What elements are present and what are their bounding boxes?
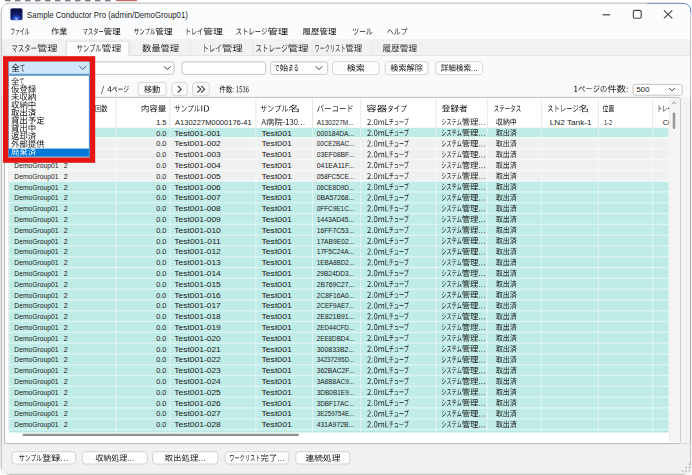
svg-text:Test001-023: Test001-023 [174, 366, 221, 375]
svg-text:Test001-009: Test001-009 [174, 215, 221, 224]
svg-text:Test001: Test001 [261, 258, 292, 267]
svg-text:DemoGroup01: DemoGroup01 [14, 194, 58, 202]
svg-text:2: 2 [64, 183, 68, 192]
svg-text:29B24DD3...: 29B24DD3... [317, 269, 355, 278]
svg-text:A130227M0000176-41: A130227M0000176-41 [175, 118, 252, 127]
svg-text:0.0: 0.0 [156, 409, 166, 418]
svg-text:0.0: 0.0 [156, 204, 166, 213]
svg-text:Test001: Test001 [261, 129, 292, 138]
svg-text:DemoGroup01: DemoGroup01 [14, 162, 58, 170]
svg-text:2C8F16A0...: 2C8F16A0... [317, 291, 355, 300]
svg-text:041EA11F...: 041EA11F... [317, 161, 355, 170]
svg-text:Test001-003: Test001-003 [174, 150, 221, 159]
svg-text:2B769C27...: 2B769C27... [317, 280, 355, 289]
svg-text:2ED44CFD...: 2ED44CFD... [317, 323, 355, 332]
svg-text:Test001-022: Test001-022 [174, 355, 221, 364]
svg-text:DemoGroup01: DemoGroup01 [14, 216, 58, 224]
svg-text:0.0: 0.0 [156, 161, 166, 170]
svg-text:DemoGroup01: DemoGroup01 [14, 270, 58, 278]
svg-text:0BA57268...: 0BA57268... [317, 193, 355, 202]
svg-text:DemoGroup01: DemoGroup01 [14, 259, 58, 267]
svg-text:DemoGroup01: DemoGroup01 [14, 367, 58, 375]
svg-text:431A972B...: 431A972B... [317, 420, 355, 429]
svg-text:0.0: 0.0 [156, 247, 166, 256]
svg-text:Test001-028: Test001-028 [174, 420, 221, 429]
svg-text:Test001: Test001 [261, 366, 292, 375]
svg-text:Test001-004: Test001-004 [174, 161, 221, 170]
svg-text:0FFC9E1C...: 0FFC9E1C... [317, 204, 355, 213]
svg-text:Test001: Test001 [261, 323, 292, 332]
svg-text:LN2 Tank-1: LN2 Tank-1 [550, 118, 592, 127]
svg-text:0.0: 0.0 [156, 399, 166, 408]
svg-text:2: 2 [64, 226, 68, 235]
svg-text:Test001-011: Test001-011 [174, 237, 221, 246]
svg-text:0.0: 0.0 [156, 334, 166, 343]
svg-text:0.0: 0.0 [156, 280, 166, 289]
svg-text:362BAC2F...: 362BAC2F... [317, 366, 355, 375]
svg-text:Test001-019: Test001-019 [174, 323, 221, 332]
svg-text:Test001-007: Test001-007 [174, 193, 221, 202]
svg-text:0.0: 0.0 [156, 377, 166, 386]
svg-text:Test001-026: Test001-026 [174, 399, 221, 408]
svg-text:2: 2 [64, 280, 68, 289]
svg-text:0.0: 0.0 [156, 139, 166, 148]
svg-text:Test001-024: Test001-024 [174, 377, 221, 386]
svg-text:2: 2 [64, 258, 68, 267]
svg-text:2: 2 [64, 269, 68, 278]
svg-text:2EE8DBD4...: 2EE8DBD4... [317, 334, 355, 343]
svg-text:06CE8D9D...: 06CE8D9D... [317, 183, 355, 192]
svg-text:2: 2 [64, 377, 68, 386]
svg-text:A130227M...: A130227M... [317, 118, 354, 127]
svg-text:03EF08BF...: 03EF08BF... [317, 150, 355, 159]
svg-text:Test001: Test001 [261, 312, 292, 321]
svg-text:00CE2BAC...: 00CE2BAC... [317, 139, 355, 148]
svg-text:000184DA...: 000184DA... [317, 129, 355, 138]
svg-text:DemoGroup01: DemoGroup01 [14, 378, 58, 386]
svg-text:Test001-012: Test001-012 [174, 247, 221, 256]
svg-text:2: 2 [64, 204, 68, 213]
svg-text:Test001: Test001 [261, 388, 292, 397]
svg-text:Test001-027: Test001-027 [174, 409, 221, 418]
svg-text:Test001: Test001 [261, 193, 292, 202]
svg-text:Test001: Test001 [261, 355, 292, 364]
svg-text:300833B2...: 300833B2... [317, 345, 355, 354]
svg-text:Test001: Test001 [261, 291, 292, 300]
svg-text:17AB9E02...: 17AB9E02... [317, 237, 355, 246]
svg-text:0.0: 0.0 [156, 345, 166, 354]
svg-text:0.0: 0.0 [156, 237, 166, 246]
svg-text:2: 2 [64, 312, 68, 321]
svg-text:2CEF9AE7...: 2CEF9AE7... [317, 301, 355, 310]
svg-text:DemoGroup01: DemoGroup01 [14, 292, 58, 300]
svg-text:2: 2 [64, 366, 68, 375]
svg-text:Test001: Test001 [261, 280, 292, 289]
svg-text:DemoGroup01: DemoGroup01 [14, 205, 58, 213]
svg-text:Test001: Test001 [261, 334, 292, 343]
svg-text:Test001: Test001 [261, 215, 292, 224]
svg-text:1.5: 1.5 [156, 118, 166, 127]
svg-text:0.0: 0.0 [156, 312, 166, 321]
svg-text:2: 2 [64, 237, 68, 246]
svg-text:Test001-010: Test001-010 [174, 226, 221, 235]
svg-text:DemoGroup01: DemoGroup01 [14, 302, 58, 310]
svg-text:DemoGroup01: DemoGroup01 [14, 410, 58, 418]
svg-text:Test001-015: Test001-015 [174, 280, 221, 289]
svg-text:DemoGroup01: DemoGroup01 [14, 421, 58, 429]
svg-text:Test001: Test001 [261, 399, 292, 408]
svg-text:Test001: Test001 [261, 247, 292, 256]
svg-text:3DB0B1E9...: 3DB0B1E9... [317, 388, 355, 397]
svg-text:0.0: 0.0 [156, 291, 166, 300]
svg-text:DemoGroup01: DemoGroup01 [14, 324, 58, 332]
svg-text:DemoGroup01: DemoGroup01 [14, 248, 58, 256]
svg-text:Test001-002: Test001-002 [174, 139, 221, 148]
svg-text:0.0: 0.0 [156, 301, 166, 310]
svg-text:Test001-001: Test001-001 [174, 129, 221, 138]
svg-text:Test001: Test001 [261, 204, 292, 213]
svg-text:Test001-005: Test001-005 [174, 172, 221, 181]
svg-text:Test001-021: Test001-021 [174, 345, 221, 354]
svg-text:0.0: 0.0 [156, 269, 166, 278]
svg-text:1EBA8BD2...: 1EBA8BD2... [317, 258, 355, 267]
svg-text:2: 2 [64, 301, 68, 310]
svg-text:1443AD45...: 1443AD45... [317, 215, 355, 224]
svg-text:2: 2 [64, 323, 68, 332]
svg-text:Test001-016: Test001-016 [174, 291, 221, 300]
